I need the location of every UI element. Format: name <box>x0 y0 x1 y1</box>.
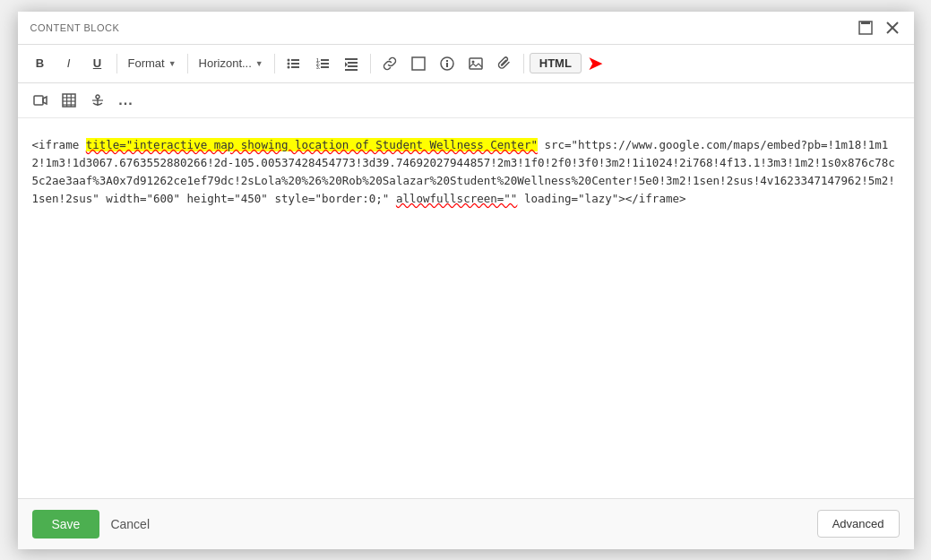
maximize-icon[interactable] <box>857 19 875 37</box>
svg-marker-28 <box>43 97 47 104</box>
separator-4 <box>370 54 371 73</box>
indent-button[interactable] <box>338 50 365 77</box>
svg-marker-20 <box>345 62 348 67</box>
svg-rect-9 <box>291 66 299 68</box>
svg-rect-7 <box>291 59 299 61</box>
svg-rect-19 <box>345 69 358 71</box>
unordered-list-button[interactable] <box>280 50 307 77</box>
svg-point-26 <box>471 60 474 63</box>
svg-rect-27 <box>34 96 43 105</box>
separator-3 <box>274 54 275 73</box>
svg-text:3.: 3. <box>316 64 321 69</box>
italic-button[interactable]: I <box>56 50 82 77</box>
format-label: Format <box>128 56 165 70</box>
horizontal-label: Horizont... <box>199 56 252 70</box>
modal-title: CONTENT BLOCK <box>30 22 120 33</box>
svg-rect-13 <box>321 59 329 61</box>
format-chevron-icon: ▼ <box>168 59 177 68</box>
svg-rect-18 <box>348 65 358 67</box>
more-button[interactable]: ... <box>113 87 140 114</box>
ordered-list-button[interactable]: 1. 2. 3. <box>309 50 336 77</box>
svg-rect-24 <box>446 60 448 62</box>
svg-rect-15 <box>321 66 329 68</box>
link-button[interactable] <box>376 50 403 77</box>
content-prefix: <iframe <box>32 138 86 151</box>
image-button[interactable] <box>462 50 489 77</box>
more-label: ... <box>118 92 133 108</box>
svg-point-4 <box>287 58 289 61</box>
svg-point-35 <box>96 95 99 99</box>
footer-left: Save Cancel <box>32 510 151 538</box>
underline-button[interactable]: U <box>84 50 111 77</box>
svg-point-5 <box>287 62 289 65</box>
svg-rect-21 <box>412 57 425 70</box>
editor-area[interactable]: <iframe title="interactive map showing l… <box>18 118 914 498</box>
svg-rect-23 <box>446 63 448 67</box>
modal-header: CONTENT BLOCK <box>18 12 914 45</box>
editor-content[interactable]: <iframe title="interactive map showing l… <box>32 136 900 208</box>
svg-rect-25 <box>470 58 482 69</box>
advanced-button[interactable]: Advanced <box>817 510 900 538</box>
close-icon[interactable] <box>884 19 901 37</box>
separator-5 <box>523 54 524 73</box>
html-button[interactable]: HTML <box>530 53 582 73</box>
svg-rect-14 <box>321 63 329 65</box>
info-button[interactable] <box>434 50 461 77</box>
format-dropdown[interactable]: Format ▼ <box>123 50 182 77</box>
horizontal-chevron-icon: ▼ <box>255 59 263 68</box>
bold-button[interactable]: B <box>27 50 54 77</box>
separator-2 <box>187 54 188 73</box>
content-highlighted: title="interactive map showing location … <box>86 138 538 151</box>
svg-rect-16 <box>345 58 358 60</box>
modal-footer: Save Cancel Advanced <box>18 498 914 549</box>
horizontal-dropdown[interactable]: Horizont... ▼ <box>194 50 269 77</box>
cancel-button[interactable]: Cancel <box>110 517 150 531</box>
toolbar-row1: B I U Format ▼ Horizont... ▼ <box>18 45 914 83</box>
modal-header-icons <box>857 19 901 37</box>
attachment-button[interactable] <box>491 50 518 77</box>
svg-point-6 <box>287 65 289 68</box>
svg-rect-8 <box>291 63 299 65</box>
save-button[interactable]: Save <box>32 510 100 538</box>
table-button[interactable] <box>56 87 82 114</box>
content-block-modal: CONTENT BLOCK B I U Format ▼ <box>18 12 914 549</box>
separator-1 <box>116 54 117 73</box>
video-button[interactable] <box>27 87 54 114</box>
block-button[interactable] <box>405 50 432 77</box>
red-arrow-indicator: ➤ <box>587 52 603 75</box>
svg-rect-17 <box>348 62 358 64</box>
svg-rect-1 <box>861 22 870 24</box>
anchor-button[interactable] <box>84 87 111 114</box>
toolbar-row2: ... <box>18 83 914 118</box>
